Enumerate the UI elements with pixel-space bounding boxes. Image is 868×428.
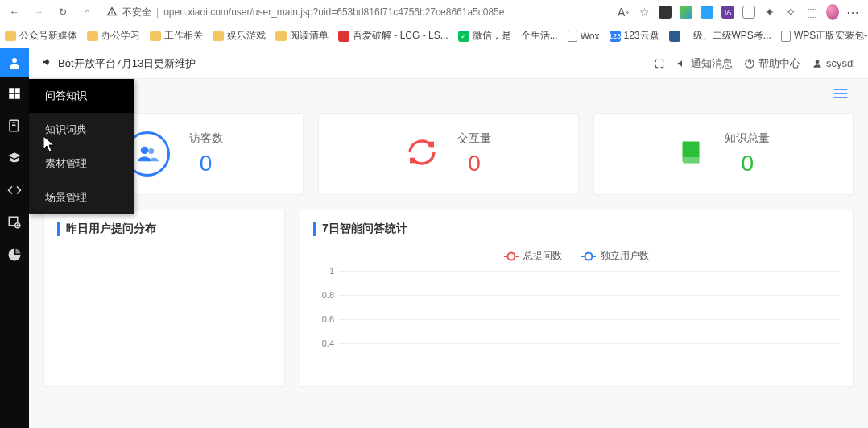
bookmark-folder[interactable]: 阅读清单 <box>275 29 329 43</box>
svg-rect-14 <box>683 157 700 164</box>
svg-point-10 <box>140 147 147 154</box>
line-chart: 1 0.8 0.6 0.4 <box>339 271 840 368</box>
security-label: 不安全 <box>122 6 151 19</box>
y-tick: 1 <box>329 266 334 276</box>
forward-button[interactable]: → <box>29 2 48 22</box>
knowledge-label: 知识总量 <box>725 131 770 146</box>
url-text: open.xiaoi.com/user/user_main.jsp?uid=65… <box>163 6 504 18</box>
flyout-item-scenes[interactable]: 场景管理 <box>29 181 134 214</box>
refresh-button[interactable]: ↻ <box>53 2 72 22</box>
panel-7day-stats: 7日智能问答统计 总提问数 独立用户数 1 0.8 0.6 0.4 <box>300 210 854 387</box>
app-topbar: Bot开放平台7月13日更新维护 通知消息 帮助中心 scysdl <box>29 48 868 79</box>
bookmarks-bar: 公众号新媒体 办公学习 工作相关 娱乐游戏 阅读清单 吾爱破解 - LCG - … <box>0 24 868 48</box>
svg-point-0 <box>12 58 17 63</box>
bookmark-item[interactable]: 吾爱破解 - LCG - LS... <box>338 29 448 43</box>
svg-rect-4 <box>15 94 20 99</box>
interactions-label: 交互量 <box>457 131 491 146</box>
warning-icon <box>106 6 118 19</box>
profile-avatar[interactable] <box>826 6 839 19</box>
interactions-value: 0 <box>457 151 491 177</box>
bookmark-folder[interactable]: 公众号新媒体 <box>5 29 77 43</box>
topbar-actions: 通知消息 帮助中心 scysdl <box>654 56 855 71</box>
svg-rect-3 <box>9 94 14 99</box>
bookmark-item[interactable]: WPS正版安装包-云... <box>781 29 868 43</box>
legend-total-questions[interactable]: 总提问数 <box>504 249 562 263</box>
visitors-label: 访客数 <box>189 131 223 146</box>
extension-icon-5[interactable] <box>742 6 755 19</box>
knowledge-value: 0 <box>725 151 770 177</box>
bookmark-item[interactable]: ✓微信，是一个生活... <box>458 29 558 43</box>
y-tick: 0.8 <box>322 290 334 300</box>
app-root: 问答知识 知识词典 素材管理 场景管理 Bot开放平台7月13日更新维护 通 <box>0 48 868 428</box>
menu-button[interactable]: ⋯ <box>847 6 860 19</box>
bookmark-item[interactable]: 123123云盘 <box>610 29 659 43</box>
read-aloud-icon[interactable]: A» <box>617 6 630 19</box>
svg-rect-2 <box>15 88 20 93</box>
favorite-icon[interactable]: ☆ <box>638 6 651 19</box>
y-tick: 0.6 <box>322 314 334 324</box>
bookmark-folder[interactable]: 办公学习 <box>87 29 140 43</box>
extension-icon-2[interactable] <box>680 6 692 19</box>
browser-toolbar: ← → ↻ ⌂ 不安全 | open.xiaoi.com/user/user_m… <box>0 0 868 24</box>
flyout-item-materials[interactable]: 素材管理 <box>29 147 134 181</box>
extension-icon-4[interactable]: IA <box>721 6 734 19</box>
extension-overflow-icon[interactable]: ⬚ <box>805 6 818 19</box>
visitors-value: 0 <box>189 151 223 177</box>
sidebar-item-settings[interactable] <box>0 206 29 239</box>
stat-card-knowledge: 知识总量 0 <box>593 113 854 195</box>
app-main: Bot开放平台7月13日更新维护 通知消息 帮助中心 scysdl <box>29 48 868 428</box>
svg-rect-1 <box>9 88 14 93</box>
bookmark-item[interactable]: Wox <box>568 31 600 42</box>
flyout-item-qa-knowledge[interactable]: 问答知识 <box>29 79 134 113</box>
panel-yesterday-questions: 昨日用户提问分布 <box>43 210 285 387</box>
home-button[interactable]: ⌂ <box>77 2 97 22</box>
stats-row: 访客数 0 交互量 0 <box>43 113 854 195</box>
knowledge-icon <box>676 138 705 170</box>
collections-icon[interactable]: ✧ <box>784 6 797 19</box>
stat-card-interactions: 交互量 0 <box>318 113 578 195</box>
chart-legend: 总提问数 独立用户数 <box>313 249 840 263</box>
svg-rect-13 <box>410 158 415 164</box>
megaphone-icon <box>42 56 53 70</box>
extension-icon-1[interactable] <box>659 6 672 19</box>
announcement-text: Bot开放平台7月13日更新维护 <box>58 56 196 71</box>
user-menu[interactable]: scysdl <box>812 57 855 69</box>
sidebar-item-code[interactable] <box>0 174 29 206</box>
svg-point-11 <box>148 148 154 154</box>
extensions-area: A» ☆ IA ✦ ✧ ⬚ ⋯ <box>617 6 863 19</box>
extension-icon-3[interactable] <box>701 6 713 19</box>
extension-icon-6[interactable]: ✦ <box>763 6 776 19</box>
svg-point-9 <box>816 60 820 64</box>
bookmark-folder[interactable]: 工作相关 <box>150 29 203 43</box>
app-sidebar <box>0 48 29 428</box>
interactions-icon <box>406 136 438 172</box>
announcement: Bot开放平台7月13日更新维护 <box>42 56 196 71</box>
sidebar-item-education[interactable] <box>0 142 29 174</box>
sidebar-flyout: 问答知识 知识词典 素材管理 场景管理 <box>29 79 134 214</box>
separator: | <box>156 6 159 18</box>
sidebar-item-knowledge[interactable] <box>0 110 29 142</box>
bookmark-item[interactable]: 一级、二级WPS考... <box>669 29 771 43</box>
y-tick: 0.4 <box>322 339 334 348</box>
panels-row: 昨日用户提问分布 7日智能问答统计 总提问数 独立用户数 1 0.8 0.6 0… <box>43 210 854 387</box>
sidebar-item-analytics[interactable] <box>0 239 29 271</box>
back-button[interactable]: ← <box>5 2 24 22</box>
address-bar[interactable]: 不安全 | open.xiaoi.com/user/user_main.jsp?… <box>101 6 612 19</box>
sidebar-item-dashboard[interactable] <box>0 77 29 110</box>
help-button[interactable]: 帮助中心 <box>744 56 800 71</box>
panel-title: 7日智能问答统计 <box>313 222 840 236</box>
content-area: 访客数 0 交互量 0 <box>29 79 868 428</box>
notifications-button[interactable]: 通知消息 <box>676 56 733 71</box>
bookmark-folder[interactable]: 娱乐游戏 <box>213 29 266 43</box>
panel-title: 昨日用户提问分布 <box>57 222 271 236</box>
svg-rect-12 <box>428 142 434 148</box>
sidebar-logo[interactable] <box>0 48 29 77</box>
legend-unique-users[interactable]: 独立用户数 <box>581 249 649 263</box>
flyout-item-dictionary[interactable]: 知识词典 <box>29 113 134 147</box>
panel-toggle-button[interactable] <box>833 87 849 103</box>
fullscreen-button[interactable] <box>654 58 665 69</box>
